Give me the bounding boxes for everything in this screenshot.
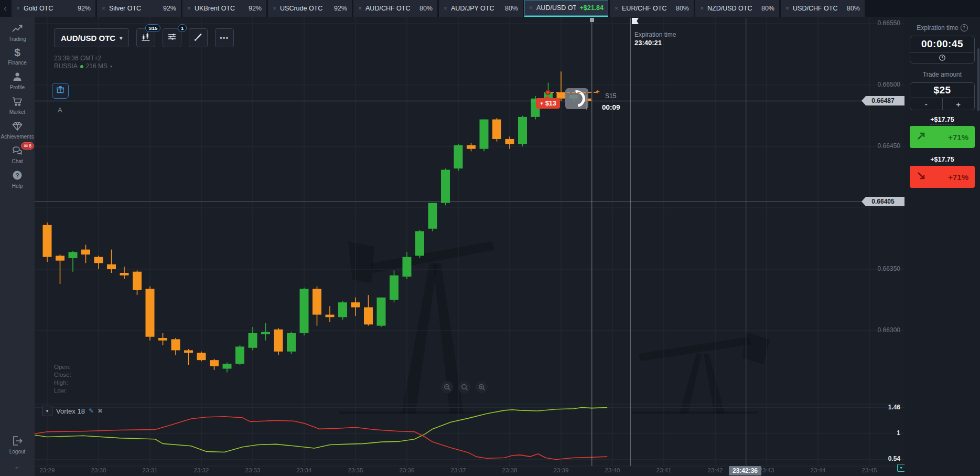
open-trade-badge[interactable]: ▼ $13 — [536, 98, 560, 109]
sidebar-item-chat[interactable]: ✉8 Chat — [0, 144, 35, 164]
sliders-icon — [167, 31, 177, 44]
sidebar: Trading $ Finance Profile Market Achieve… — [0, 17, 35, 476]
tab-value: 80% — [847, 5, 860, 12]
tab-close-icon[interactable]: × — [358, 5, 362, 12]
down-profit-value[interactable]: +$17.75 — [930, 156, 954, 164]
tab-close-icon[interactable]: × — [700, 5, 704, 12]
tab-close-icon[interactable]: × — [615, 5, 618, 12]
sidebar-item-profile[interactable]: Profile — [0, 70, 35, 90]
ohlc-legend: Open: Close: High: Low: — [54, 363, 71, 395]
envelope-icon: ✉ — [24, 143, 28, 149]
sidebar-collapse-icon[interactable]: ← — [14, 463, 21, 471]
zoom-in-button[interactable] — [476, 381, 488, 393]
help-circle-icon[interactable]: ? — [961, 24, 968, 31]
asset-tab-ukbrent-otc[interactable]: ×UKBrent OTC92% — [182, 0, 266, 17]
amount-value[interactable]: $25 — [910, 83, 974, 98]
more-tools-button[interactable]: ••• — [215, 28, 234, 47]
loading-spinner-icon — [565, 87, 589, 111]
expiration-value[interactable]: 00:00:45 — [910, 36, 974, 52]
tab-close-icon[interactable]: × — [102, 5, 105, 12]
chart-area[interactable]: 0.665500.665000.664500.663500.663001.461… — [35, 17, 904, 476]
zoom-out-button[interactable] — [441, 381, 453, 393]
asset-tab-silver-otc[interactable]: ×Silver OTC92% — [97, 0, 181, 17]
time-tick-label: 23:45 — [854, 467, 885, 473]
sidebar-item-trading[interactable]: Trading — [0, 22, 35, 42]
tab-close-icon[interactable]: × — [444, 5, 447, 12]
arrow-down-right-icon — [916, 171, 927, 183]
annotation-a[interactable]: A — [58, 106, 62, 114]
sidebar-item-label: Finance — [8, 60, 27, 66]
asset-tab-aud-jpy-otc[interactable]: ×AUD/JPY OTC80% — [439, 0, 523, 17]
indicators-button[interactable]: 1 — [163, 28, 181, 47]
buy-up-button[interactable]: +71% — [910, 126, 975, 148]
sidebar-item-market[interactable]: Market — [0, 95, 35, 115]
tab-name: AUD/USD OTC — [536, 4, 576, 12]
sidebar-item-finance[interactable]: $ Finance — [0, 47, 35, 66]
timeframe-badge: S15 — [145, 24, 160, 32]
indicator-pane-toggle[interactable]: ▾ — [897, 464, 904, 472]
sidebar-item-achievements[interactable]: Achievements — [0, 120, 35, 140]
sidebar-item-logout[interactable]: Logout — [0, 435, 35, 454]
pending-trade-spinner — [565, 88, 588, 109]
tab-close-icon[interactable]: × — [273, 5, 276, 12]
expiration-section-label: Expiration time ? — [910, 24, 975, 31]
asset-tabs: ×Gold OTC92%×Silver OTC92%×UKBrent OTC92… — [10, 0, 865, 17]
time-tick-label: 23:42 — [699, 467, 731, 473]
asset-tab-uscrude-otc[interactable]: ×USCrude OTC92% — [268, 0, 352, 17]
drawing-tools-button[interactable] — [189, 28, 208, 47]
tab-close-icon[interactable]: × — [187, 5, 191, 12]
sidebar-item-label: Trading — [8, 36, 26, 42]
expiration-clock-button[interactable] — [910, 52, 974, 63]
ellipsis-icon: ••• — [220, 35, 229, 41]
sold-time-badge: 23:42:36 — [729, 466, 761, 475]
time-tick-label: 23:35 — [340, 467, 371, 473]
amount-increase-button[interactable]: + — [943, 98, 975, 110]
ohlc-close-label: Close: — [54, 371, 71, 379]
symbol-selector-button[interactable]: AUD/USD OTC ▾ — [54, 28, 129, 47]
price-tick-label: 0.66300 — [878, 326, 900, 334]
trade-line-plus-icon: + — [596, 88, 600, 96]
asset-tab-usd-chf-otc[interactable]: ×USD/CHF OTC80% — [781, 0, 865, 17]
indicator-name: Vortex 18 — [56, 407, 85, 415]
tab-close-icon[interactable]: × — [529, 5, 533, 11]
sell-down-button[interactable]: +71% — [910, 166, 975, 188]
price-tick-label: 0.66450 — [878, 142, 900, 150]
server-name: RUSSIA — [54, 62, 78, 70]
price-tick-label: 0.66550 — [878, 19, 900, 27]
chevron-down-icon: ▾ — [110, 62, 112, 70]
server-row[interactable]: RUSSIA 216 MS ▾ — [54, 62, 112, 70]
tab-close-icon[interactable]: × — [16, 5, 20, 12]
gift-button[interactable] — [52, 83, 69, 99]
asset-tab-nzd-usd-otc[interactable]: ×NZD/USD OTC80% — [695, 0, 779, 17]
time-tick-label: 23:31 — [134, 467, 166, 473]
time-tick-label: 23:30 — [83, 467, 114, 473]
tab-value: 80% — [419, 5, 433, 12]
tab-value: 92% — [249, 5, 262, 12]
tab-value: 92% — [163, 5, 176, 12]
dollar-icon: $ — [14, 47, 20, 58]
sidebar-item-label: Help — [12, 183, 23, 189]
asset-tab-aud-usd-otc[interactable]: ×AUD/USD OTC+$21.84 — [524, 0, 608, 17]
asset-tab-eur-chf-otc[interactable]: ×EUR/CHF OTC80% — [610, 0, 694, 17]
amount-decrease-button[interactable]: - — [910, 98, 943, 110]
zoom-reset-button[interactable] — [458, 381, 470, 393]
sidebar-item-help[interactable]: ? Help — [0, 169, 35, 189]
close-icon[interactable]: ✖ — [98, 407, 103, 415]
arrow-up-right-icon — [916, 131, 927, 143]
asset-tab-aud-chf-otc[interactable]: ×AUD/CHF OTC80% — [353, 0, 437, 17]
tabs-scroll-left-icon[interactable]: ‹ — [0, 0, 10, 17]
panel-scrollbar[interactable] — [977, 48, 979, 111]
chart-type-button[interactable]: S15 — [136, 28, 155, 47]
expiration-time-text: 23:40:21 — [634, 39, 676, 47]
sidebar-item-label: Chat — [12, 158, 23, 164]
tab-close-icon[interactable]: × — [785, 5, 789, 12]
asset-tab-gold-otc[interactable]: ×Gold OTC92% — [12, 0, 95, 17]
pencil-icon[interactable]: ✎ — [89, 407, 94, 415]
symbol-label: AUD/USD OTC — [61, 34, 115, 43]
current-time-marker[interactable] — [590, 18, 594, 22]
trade-entry-dashed-line — [551, 92, 597, 93]
question-icon: ? — [11, 169, 24, 182]
indicator-collapse-button[interactable]: ▾ — [42, 406, 52, 416]
chevron-down-icon: ▾ — [120, 35, 122, 41]
up-profit-value[interactable]: +$17.75 — [930, 116, 954, 124]
